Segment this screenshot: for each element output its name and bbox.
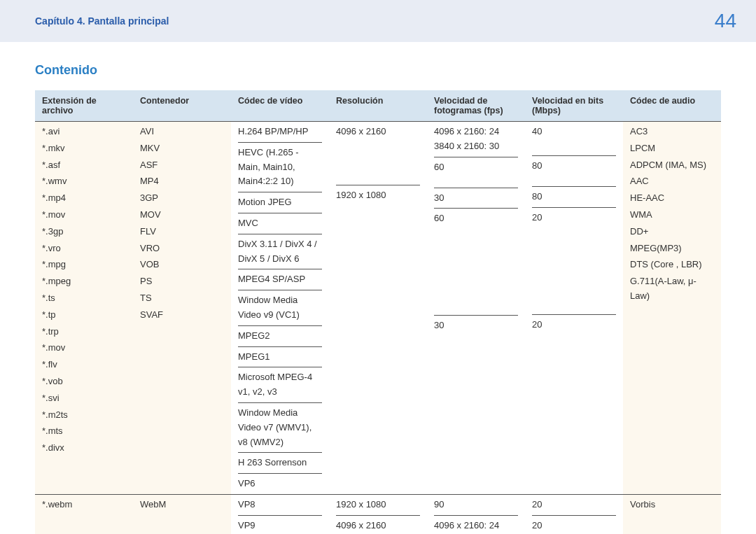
resolution-cell: 1920 x 1080 [336,185,420,203]
list-item: VRO [140,241,224,256]
mbps-cell: 40 [532,125,616,153]
resolution-cell [336,167,420,182]
codec-cell: Microsoft MPEG-4 v1, v2, v3 [238,367,322,400]
page-number: 44 [715,10,736,32]
section-title: Contenido [35,63,721,78]
mbps-cell [532,282,616,297]
col-container: Contenedor [133,90,231,122]
fps-cell [434,254,518,269]
list-item: DTS (Core , LBR) [630,258,714,272]
list-item: *.tp [42,308,126,323]
list-item: DD+ [630,225,714,239]
list-item: AC3 [630,125,714,139]
resolution-cell [336,230,420,245]
list-item: WebM [140,498,224,512]
list-item: SVAF [140,308,224,323]
list-item: *.mkv [42,141,126,156]
resolution-cell [336,260,420,274]
codec-cell: Window Media Video v7 (WMV1), v8 (WMV2) [238,402,322,449]
mbps-cell [532,332,616,360]
codec-cell: HEVC (H.265 - Main, Main10, Main4:2:2 10… [238,142,322,189]
resolution-cell [336,139,420,167]
mbps-cell: 20 [532,515,616,534]
list-item: *.mts [42,424,126,439]
list-item: AVI [140,125,224,139]
list-item: *.ts [42,291,126,306]
fps-cell: 4096 x 2160: 243840 x 2160: 30 [434,125,518,154]
fps-cell [434,283,518,298]
fps-cell [434,226,518,254]
col-fps: Velocidad de fotogramas (fps) [427,90,525,122]
page-header: Capítulo 4. Pantalla principal 44 [0,0,756,42]
resolution-cell [336,346,420,360]
mbps-cell [532,225,616,253]
list-item: G.711(A-Law, μ-Law) [630,274,714,304]
list-item: LPCM [630,141,714,156]
list-item: *.vro [42,241,126,256]
col-resolution: Resolución [329,90,427,122]
list-item: MP4 [140,174,224,189]
list-item: *.mp4 [42,191,126,206]
mbps-cell: 20 [532,498,616,512]
fps-cell: 30 [434,315,518,333]
codec-cell: MVC [238,213,322,231]
codec-cell: VP9 [238,515,322,533]
list-item: 3GP [140,191,224,206]
list-item: *.m2ts [42,408,126,423]
codec-cell: MPEG2 [238,325,322,344]
mbps-cell: 20 [532,314,616,332]
mbps-cell [532,374,616,389]
fps-cell: 4096 x 2160: 243840 x 2160: 30 [434,515,518,534]
codec-cell: MPEG4 SP/ASP [238,269,322,287]
codec-cell: DivX 3.11 / DivX 4 / DivX 5 / DivX 6 [238,234,322,267]
list-item: *.wmv [42,174,126,189]
fps-cell [434,376,518,391]
list-item: *.mov [42,341,126,356]
resolution-cell [336,289,420,304]
list-item: *.3gp [42,225,126,239]
list-item: MPEG(MP3) [630,241,714,256]
list-item: ASF [140,158,224,173]
fps-cell [434,333,518,361]
col-audio-codec: Códec de audio [623,90,721,122]
resolution-cell [336,202,420,230]
resolution-cell [336,303,420,331]
fps-cell [434,361,518,376]
list-item: *.mpg [42,258,126,272]
list-item: *.asf [42,158,126,173]
codec-cell: H 263 Sorrenson [238,452,322,470]
mbps-cell [532,267,616,282]
list-item: WMA [630,208,714,223]
list-item: PS [140,274,224,289]
list-item: *.mov [42,208,126,223]
codec-table: Extensión de archivo Contenedor Códec de… [35,90,721,534]
mbps-cell [532,360,616,375]
list-item: MKV [140,141,224,156]
list-item: ADPCM (IMA, MS) [630,158,714,173]
breadcrumb: Capítulo 4. Pantalla principal [35,15,169,27]
resolution-cell: 1920 x 1080 [336,498,420,512]
list-item: *.mpeg [42,274,126,289]
list-item: *.avi [42,125,126,139]
list-item: HE-AAC [630,191,714,206]
fps-cell [434,269,518,283]
resolution-cell: 4096 x 2160 [336,515,420,533]
list-item: TS [140,291,224,306]
mbps-cell: 80 [532,186,616,204]
codec-cell: VP8 [238,498,322,512]
codec-cell: Motion JPEG [238,192,322,210]
codec-cell: Window Media Video v9 (VC1) [238,290,322,323]
list-item: *.trp [42,325,126,339]
fps-cell: 30 [434,188,518,206]
mbps-cell: 20 [532,207,616,225]
list-item: AAC [630,174,714,189]
col-extension: Extensión de archivo [35,90,133,122]
resolution-cell: 4096 x 2160 [336,125,420,139]
col-video-codec: Códec de vídeo [231,90,329,122]
resolution-cell [336,274,420,289]
list-item: VOB [140,258,224,272]
fps-cell: 60 [434,157,518,185]
fps-cell: 90 [434,498,518,512]
resolution-cell [336,331,420,346]
mbps-cell [532,253,616,268]
